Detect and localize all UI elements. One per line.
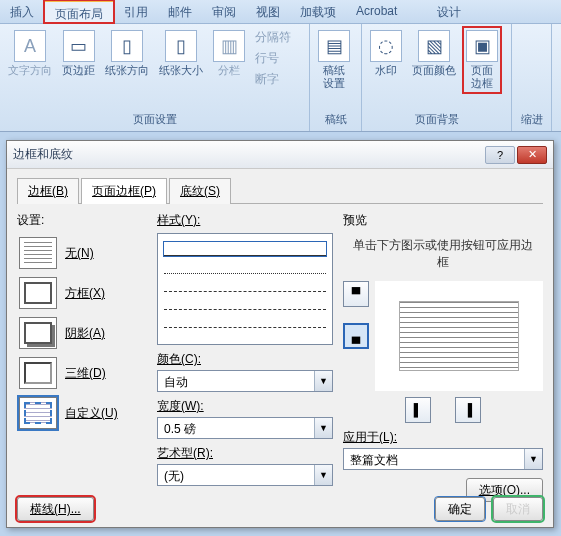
tab-view[interactable]: 视图 [246, 0, 290, 23]
chevron-down-icon: ▼ [314, 418, 332, 438]
group-page-setup-label: 页面设置 [6, 110, 303, 129]
group-background-label: 页面背景 [368, 110, 505, 129]
dialog-footer: 横线(H)... 确定 取消 [17, 497, 543, 521]
preview-hint: 单击下方图示或使用按钮可应用边框 [343, 233, 543, 281]
size-button[interactable]: ▯纸张大小 [157, 28, 205, 79]
setting-none[interactable]: 无(N) [17, 233, 147, 273]
style-column: 样式(Y): 颜色(C): 自动▼ 宽度(W): 0.5 磅▼ 艺术型(R): … [157, 212, 333, 502]
breaks-button[interactable]: 分隔符 [253, 28, 293, 47]
page-color-button[interactable]: ▧页面颜色 [410, 28, 458, 79]
orientation-button[interactable]: ▯纸张方向 [103, 28, 151, 79]
line-numbers-button[interactable]: 行号 [253, 49, 293, 68]
chevron-down-icon: ▼ [314, 465, 332, 485]
page-setup-mini: 分隔符 行号 断字 [253, 28, 293, 89]
tab-addins[interactable]: 加载项 [290, 0, 346, 23]
border-right-button[interactable]: ▐ [455, 397, 481, 423]
border-shading-dialog: 边框和底纹 ? ✕ 边框(B) 页面边框(P) 底纹(S) 设置: 无(N) 方… [6, 140, 554, 528]
setting-custom[interactable]: 自定义(U) [17, 393, 147, 433]
art-label: 艺术型(R): [157, 445, 333, 462]
page-border-button[interactable]: ▣页面 边框 [464, 28, 500, 92]
group-indent: 缩进 [512, 24, 552, 131]
dialog-title: 边框和底纹 [13, 146, 483, 163]
ok-button[interactable]: 确定 [435, 497, 485, 521]
group-indent-label: 缩进 [518, 110, 545, 129]
ribbon-body: A文字方向 ▭页边距 ▯纸张方向 ▯纸张大小 ▥分栏 分隔符 行号 断字 页面设… [0, 24, 561, 132]
watermark-button[interactable]: ◌水印 [368, 28, 404, 79]
setting-shadow[interactable]: 阴影(A) [17, 313, 147, 353]
chevron-down-icon: ▼ [524, 449, 542, 469]
setting-label: 设置: [17, 212, 147, 229]
cancel-button[interactable]: 取消 [493, 497, 543, 521]
apply-label: 应用于(L): [343, 429, 543, 446]
tab-shading[interactable]: 底纹(S) [169, 178, 231, 204]
preview-column: 预览 单击下方图示或使用按钮可应用边框 ▀ ▄ ▌ ▐ 应用于(L): 整篇文档… [343, 212, 543, 502]
tab-references[interactable]: 引用 [114, 0, 158, 23]
style-label: 样式(Y): [157, 212, 333, 229]
color-combo[interactable]: 自动▼ [157, 370, 333, 392]
paper-settings-button[interactable]: ▤稿纸 设置 [316, 28, 352, 92]
color-label: 颜色(C): [157, 351, 333, 368]
group-paper-label: 稿纸 [316, 110, 355, 129]
margins-button[interactable]: ▭页边距 [60, 28, 97, 79]
close-button[interactable]: ✕ [517, 146, 547, 164]
apply-combo[interactable]: 整篇文档▼ [343, 448, 543, 470]
width-combo[interactable]: 0.5 磅▼ [157, 417, 333, 439]
border-left-button[interactable]: ▌ [405, 397, 431, 423]
text-direction-button[interactable]: A文字方向 [6, 28, 54, 79]
tab-insert[interactable]: 插入 [0, 0, 44, 23]
tab-page-layout[interactable]: 页面布局 [44, 0, 114, 23]
help-button[interactable]: ? [485, 146, 515, 164]
width-label: 宽度(W): [157, 398, 333, 415]
hyphenation-button[interactable]: 断字 [253, 70, 293, 89]
ribbon-tabs: 插入 页面布局 引用 邮件 审阅 视图 加载项 Acrobat 设计 [0, 0, 561, 24]
preview-page[interactable] [375, 281, 543, 391]
group-paper: ▤稿纸 设置 稿纸 [310, 24, 362, 131]
group-page-setup: A文字方向 ▭页边距 ▯纸张方向 ▯纸张大小 ▥分栏 分隔符 行号 断字 页面设… [0, 24, 310, 131]
setting-column: 设置: 无(N) 方框(X) 阴影(A) 三维(D) 自定义(U) [17, 212, 147, 502]
tab-acrobat[interactable]: Acrobat [346, 0, 407, 23]
group-background: ◌水印 ▧页面颜色 ▣页面 边框 页面背景 [362, 24, 512, 131]
setting-box[interactable]: 方框(X) [17, 273, 147, 313]
border-top-button[interactable]: ▀ [343, 281, 369, 307]
dialog-tabs: 边框(B) 页面边框(P) 底纹(S) [17, 177, 543, 204]
tab-mail[interactable]: 邮件 [158, 0, 202, 23]
preview-label: 预览 [343, 212, 543, 229]
hline-button[interactable]: 横线(H)... [17, 497, 94, 521]
art-combo[interactable]: (无)▼ [157, 464, 333, 486]
columns-button[interactable]: ▥分栏 [211, 28, 247, 79]
tab-border[interactable]: 边框(B) [17, 178, 79, 204]
style-list[interactable] [157, 233, 333, 345]
border-bottom-button[interactable]: ▄ [343, 323, 369, 349]
tab-design[interactable]: 设计 [427, 0, 471, 23]
tab-page-border[interactable]: 页面边框(P) [81, 178, 167, 204]
dialog-titlebar: 边框和底纹 ? ✕ [7, 141, 553, 169]
tab-review[interactable]: 审阅 [202, 0, 246, 23]
chevron-down-icon: ▼ [314, 371, 332, 391]
setting-3d[interactable]: 三维(D) [17, 353, 147, 393]
